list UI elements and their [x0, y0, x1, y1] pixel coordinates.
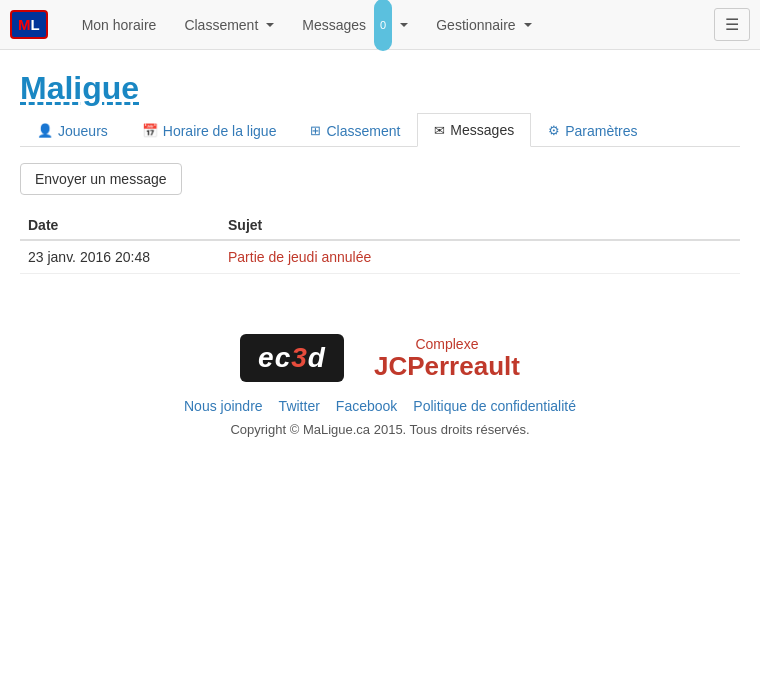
footer-links: Nous joindre Twitter Facebook Politique … — [20, 398, 740, 414]
page-content: Maligue 👤 Joueurs 📅 Horaire de la ligue … — [0, 50, 760, 467]
page-title: Maligue — [20, 70, 740, 107]
table-header-row: Date Sujet — [20, 211, 740, 240]
nav-item-mon-horaire[interactable]: Mon horaire — [68, 0, 171, 50]
ec3d-text: ec3d — [258, 342, 326, 374]
footer-link-twitter[interactable]: Twitter — [279, 398, 320, 414]
tab-label: Horaire de la ligue — [163, 123, 277, 139]
tab-classement[interactable]: ⊞ Classement — [293, 113, 417, 147]
tab-label: Classement — [326, 123, 400, 139]
tab-messages[interactable]: ✉ Messages — [417, 113, 531, 147]
tab-parametres[interactable]: ⚙ Paramètres — [531, 113, 654, 147]
col-header-subject: Sujet — [220, 211, 740, 240]
nav-item-messages[interactable]: Messages 0 — [288, 0, 422, 50]
chevron-down-icon — [400, 23, 408, 27]
tab-label: Joueurs — [58, 123, 108, 139]
footer-link-politique[interactable]: Politique de confidentialité — [413, 398, 576, 414]
navbar-toggle-button[interactable]: ☰ — [714, 8, 750, 41]
tabs-bar: 👤 Joueurs 📅 Horaire de la ligue ⊞ Classe… — [20, 113, 740, 147]
send-message-button[interactable]: Envoyer un message — [20, 163, 182, 195]
nav-item-label: Messages — [302, 0, 366, 50]
jcp-complexe-text: Complexe — [415, 336, 478, 352]
footer-link-facebook[interactable]: Facebook — [336, 398, 397, 414]
jcp-name-text: JCPerreault — [374, 352, 520, 381]
nav-item-classement[interactable]: Classement — [170, 0, 288, 50]
hamburger-icon: ☰ — [725, 16, 739, 33]
footer: ec3d Complexe JCPerreault Nous joindre T… — [20, 334, 740, 467]
col-header-date: Date — [20, 211, 220, 240]
gear-icon: ⚙ — [548, 123, 560, 138]
footer-link-nous-joindre[interactable]: Nous joindre — [184, 398, 263, 414]
jcperreault-logo[interactable]: Complexe JCPerreault — [374, 336, 520, 381]
table-row[interactable]: 23 janv. 2016 20:48Partie de jeudi annul… — [20, 240, 740, 274]
logo-badge: ML — [10, 10, 48, 39]
nav-item-gestionnaire[interactable]: Gestionnaire — [422, 0, 545, 50]
brand-logo[interactable]: ML — [10, 10, 48, 39]
ec3d-logo[interactable]: ec3d — [240, 334, 344, 382]
tab-label: Messages — [450, 122, 514, 138]
nav-links: Mon horaire Classement Messages 0 Gestio… — [68, 0, 714, 50]
tab-horaire[interactable]: 📅 Horaire de la ligue — [125, 113, 294, 147]
nav-item-label: Gestionnaire — [436, 0, 515, 50]
cell-subject[interactable]: Partie de jeudi annulée — [220, 240, 740, 274]
grid-icon: ⊞ — [310, 123, 321, 138]
navbar: ML Mon horaire Classement Messages 0 Ges… — [0, 0, 760, 50]
footer-copyright: Copyright © MaLigue.ca 2015. Tous droits… — [20, 422, 740, 437]
chevron-down-icon — [266, 23, 274, 27]
tab-joueurs[interactable]: 👤 Joueurs — [20, 113, 125, 147]
footer-logos: ec3d Complexe JCPerreault — [20, 334, 740, 382]
cell-date: 23 janv. 2016 20:48 — [20, 240, 220, 274]
user-icon: 👤 — [37, 123, 53, 138]
tab-label: Paramètres — [565, 123, 637, 139]
nav-item-label: Classement — [184, 0, 258, 50]
nav-item-label: Mon horaire — [82, 17, 157, 33]
envelope-icon: ✉ — [434, 123, 445, 138]
messages-badge: 0 — [374, 0, 392, 51]
messages-table: Date Sujet 23 janv. 2016 20:48Partie de … — [20, 211, 740, 274]
chevron-down-icon — [524, 23, 532, 27]
calendar-icon: 📅 — [142, 123, 158, 138]
